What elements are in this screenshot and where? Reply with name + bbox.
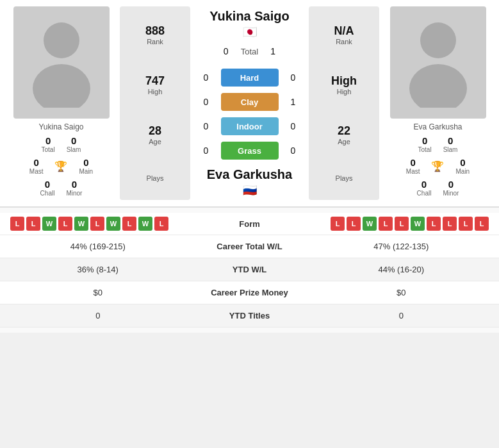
svg-point-3 (409, 64, 467, 108)
prize-money-left: $0 (10, 288, 186, 297)
svg-point-2 (420, 22, 456, 58)
main-container: Yukina Saigo 0 Total 0 Slam 0 Mast 🏆 (0, 0, 499, 333)
player1-name-title: Yukina Saigo (209, 9, 289, 24)
player1-rank-label: Rank (147, 38, 163, 46)
player1-card: Yukina Saigo 0 Total 0 Slam 0 Mast 🏆 (5, 6, 117, 200)
player2-stats-row2: 0 Mast 🏆 0 Main (406, 157, 470, 175)
form-pill-w: W (74, 217, 88, 231)
form-pill-l: L (379, 217, 393, 231)
player1-plays-label: Plays (147, 174, 164, 182)
form-label: Form (211, 219, 288, 229)
form-pill-l: L (58, 217, 72, 231)
form-pill-l: L (443, 217, 457, 231)
player2-age-block: 22 Age (338, 124, 350, 145)
player1-rank-block: 888 Rank (145, 24, 165, 46)
total-val-right: 1 (263, 46, 282, 56)
form-pill-l: L (26, 217, 40, 231)
player2-trophy-icon: 🏆 (431, 160, 444, 172)
career-wl-row: 44% (169-215) Career Total W/L 47% (122-… (0, 235, 499, 258)
player2-main-label: Main (455, 168, 470, 175)
player2-minor-label: Minor (443, 190, 459, 197)
indoor-btn[interactable]: Indoor (221, 117, 279, 135)
player1-name-label: Yukina Saigo (38, 122, 83, 131)
ytd-titles-left: 0 (10, 311, 186, 320)
player1-minor-block: 0 Minor (66, 179, 82, 197)
player2-minor-val: 0 (448, 179, 454, 190)
player1-slam-block: 0 Slam (67, 135, 81, 153)
player1-age-block: 28 Age (149, 124, 161, 145)
player2-mast-val: 0 (410, 157, 415, 168)
ytd-titles-row: 0 YTD Titles 0 (0, 304, 499, 328)
player1-slam-label: Slam (67, 146, 81, 153)
hard-surface-row: 0 Hard 0 (193, 66, 306, 89)
player1-main-block: 0 Main (79, 157, 93, 175)
player2-card: Eva Garkusha 0 Total 0 Slam 0 Mast 🏆 (382, 6, 494, 200)
player2-middle-card: N/A Rank High High 22 Age Plays (309, 6, 379, 200)
indoor-val-right: 0 (284, 121, 303, 131)
player1-flag: 🇯🇵 (243, 25, 257, 39)
form-pill-l: L (154, 217, 168, 231)
player1-main-label: Main (79, 168, 93, 175)
player2-stats-row1: 0 Total 0 Slam (418, 135, 458, 153)
player1-high-block: 747 High (145, 74, 165, 95)
career-wl-left: 44% (169-215) (10, 242, 186, 251)
player1-total-label: Total (42, 146, 55, 153)
player1-main-val: 0 (83, 157, 88, 168)
hard-btn[interactable]: Hard (221, 69, 279, 87)
prize-money-label: Career Prize Money (186, 288, 314, 297)
ytd-wl-label: YTD W/L (186, 265, 314, 274)
player2-high-label: High (337, 88, 352, 95)
player2-chall-val: 0 (421, 179, 427, 190)
form-pill-l: L (459, 217, 473, 231)
total-surface-row: 0 Total 1 (217, 42, 282, 61)
player1-total-val: 0 (45, 135, 51, 146)
player2-chall-block: 0 Chall (417, 179, 432, 197)
player2-avatar (390, 6, 486, 119)
player1-trophy-icon: 🏆 (54, 160, 67, 172)
player2-total-block: 0 Total (418, 135, 432, 153)
player1-plays-block: Plays (147, 174, 164, 182)
player2-main-block: 0 Main (455, 157, 470, 175)
player2-rank-val: N/A (334, 24, 354, 38)
player2-stats-row3: 0 Chall 0 Minor (417, 179, 459, 197)
clay-btn[interactable]: Clay (221, 93, 279, 111)
player2-high-val: High (331, 74, 357, 88)
player2-age-label: Age (338, 138, 350, 145)
player2-chall-label: Chall (417, 190, 432, 197)
player1-chall-block: 0 Chall (40, 179, 55, 197)
indoor-surface-row: 0 Indoor 0 (193, 115, 306, 138)
total-val-left: 0 (217, 46, 236, 56)
player1-age-label: Age (149, 138, 161, 145)
player2-mast-label: Mast (406, 168, 420, 175)
bottom-section: LLWLWLWLWL Form LLWLLWLLLL 44% (169-215)… (0, 206, 499, 333)
grass-btn[interactable]: Grass (221, 142, 279, 160)
player2-mast-block: 0 Mast (406, 157, 420, 175)
player1-chall-label: Chall (40, 190, 55, 197)
player1-age-val: 28 (149, 124, 161, 138)
grass-val-left: 0 (197, 145, 216, 156)
stats-table: 44% (169-215) Career Total W/L 47% (122-… (0, 235, 499, 328)
hard-val-left: 0 (197, 72, 216, 83)
player1-avatar (13, 6, 110, 119)
clay-surface-row: 0 Clay 1 (193, 90, 306, 113)
svg-point-0 (44, 22, 79, 58)
form-pill-l: L (122, 217, 136, 231)
form-pill-l: L (427, 217, 441, 231)
player1-chall-val: 0 (45, 179, 50, 190)
form-pill-w: W (411, 217, 425, 231)
player1-total-block: 0 Total (42, 135, 55, 153)
ytd-titles-right: 0 (314, 311, 489, 320)
player1-stats-row1: 0 Total 0 Slam (42, 135, 81, 153)
player2-plays-block: Plays (336, 174, 353, 182)
player2-total-val: 0 (422, 135, 427, 146)
player1-high-label: High (148, 88, 163, 95)
player2-flag: 🇷🇺 (243, 183, 257, 197)
player1-slam-val: 0 (71, 135, 76, 146)
player2-name-title: Eva Garkusha (207, 167, 292, 182)
indoor-val-left: 0 (197, 121, 216, 131)
ytd-titles-label: YTD Titles (186, 311, 314, 320)
ytd-wl-right: 44% (16-20) (314, 265, 489, 274)
form-pill-w: W (106, 217, 120, 231)
prize-money-right: $0 (314, 288, 489, 297)
player-section: Yukina Saigo 0 Total 0 Slam 0 Mast 🏆 (0, 0, 499, 206)
